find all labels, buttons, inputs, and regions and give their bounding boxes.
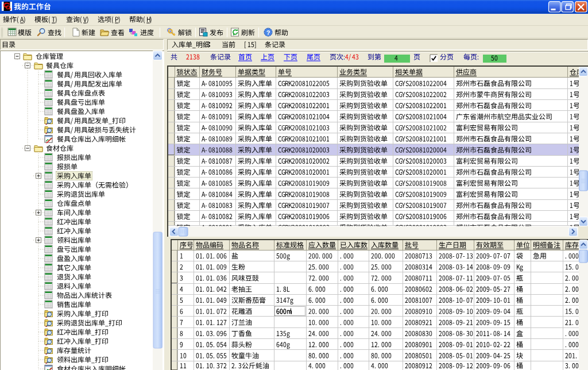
svg-text:?: ? bbox=[266, 29, 270, 36]
